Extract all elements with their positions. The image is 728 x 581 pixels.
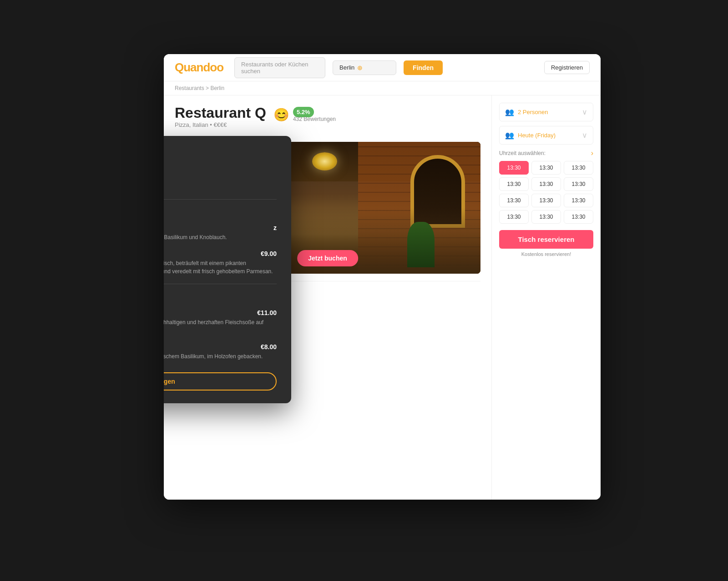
site-header: Quandoo Restaurants oder Küchen suchen B…	[164, 54, 601, 81]
item-desc-bolognese: Traditionelle italienische Nudeln, servi…	[164, 318, 277, 335]
persons-icon: 👥	[505, 108, 514, 116]
date-label: Heute (Friday)	[518, 132, 556, 139]
item-price-margherita: €8.00	[261, 343, 277, 351]
time-slot-1[interactable]: 13:30	[531, 161, 561, 175]
date-icon: 👥	[505, 131, 514, 140]
time-slot-7[interactable]: 13:30	[531, 194, 561, 207]
persons-selector[interactable]: 👥 2 Personen ∨	[499, 103, 593, 121]
menu-item-bolognese: Spaghetti Bolognese €11.00 Traditionelle…	[164, 309, 277, 335]
smiley-icon: 😊	[273, 107, 289, 122]
reserve-button[interactable]: Tisch reservieren	[499, 230, 593, 249]
review-count: 432 Bewertungen	[293, 116, 336, 122]
restaurant-header: Restaurant Q Pizza, Italian • €€€€ 😊 5.2…	[175, 105, 480, 135]
time-slot-11[interactable]: 13:30	[564, 210, 593, 224]
date-arrow: ∨	[582, 131, 587, 140]
show-all-button[interactable]: Alle anzeigen	[164, 372, 277, 391]
time-slot-2[interactable]: 13:30	[564, 161, 593, 175]
time-label: Uhrzeit auswählen: ›	[499, 149, 593, 157]
time-grid: 13:30 13:30 13:30 13:30 13:30 13:30 13:3…	[499, 161, 593, 224]
time-slot-10[interactable]: 13:30	[531, 210, 561, 224]
menu-overlay: Speisekarten-Highlights Mit folgenden Op…	[164, 136, 291, 403]
persons-label: 2 Personen	[518, 109, 548, 115]
item-price-bolognese: €11.00	[257, 309, 277, 316]
overlay-title: Speisekarten-Highlights	[164, 149, 277, 160]
date-selector[interactable]: 👥 Heute (Friday) ∨	[499, 126, 593, 145]
find-button[interactable]: Finden	[404, 60, 443, 75]
menu-item-carpaccio: Carpaccio vom Rind €9.00 Hauchdünn gesch…	[164, 250, 277, 275]
logo: Quandoo	[175, 60, 223, 75]
mains-section-title: 🍲 Hauptgerichte	[164, 284, 277, 301]
register-button[interactable]: Registrieren	[544, 61, 590, 74]
book-button[interactable]: Jetzt buchen	[297, 250, 358, 266]
time-arrow-icon: ›	[591, 149, 593, 157]
item-price-carpaccio: €9.00	[261, 250, 277, 257]
breadcrumb: Restaurants > Berlin	[164, 81, 601, 95]
starters-section-title: 🍽 Vorspeisen	[164, 199, 277, 216]
time-slot-5[interactable]: 13:30	[564, 177, 593, 191]
item-desc-margherita: Klassische Pizza mit Mozzarella, Tomaten…	[164, 352, 277, 361]
menu-item-margherita: Pizza Margherita €8.00 Klassische Pizza …	[164, 343, 277, 361]
browser-window: Quandoo Restaurants oder Küchen suchen B…	[164, 54, 601, 500]
location-input[interactable]: Berlin ⊕	[333, 60, 396, 75]
free-reserve-label: Kostenlos reservieren!	[499, 251, 593, 257]
persons-arrow: ∨	[582, 108, 587, 116]
options-label: Mit folgenden Optionen:	[164, 167, 277, 174]
time-slot-9[interactable]: 13:30	[499, 210, 529, 224]
restaurant-name: Restaurant Q	[175, 105, 266, 121]
reservation-sidebar: 👥 2 Personen ∨ 👥 Heute (Friday) ∨ Uhrzei…	[491, 95, 601, 500]
menu-item-bruschetta: Tomaten-Bruschetta z Geröstetes Brot, be…	[164, 224, 277, 241]
time-slot-0[interactable]: 13:30	[499, 161, 529, 175]
cuisine-info: Pizza, Italian • €€€€	[175, 121, 266, 128]
search-input[interactable]: Restaurants oder Küchen suchen	[234, 57, 325, 78]
location-icon: ⊕	[357, 64, 363, 71]
time-slot-8[interactable]: 13:30	[564, 194, 593, 207]
filter-tags: Vegan Italienisch	[164, 177, 277, 188]
time-slot-4[interactable]: 13:30	[531, 177, 561, 191]
item-desc-bruschetta: Geröstetes Brot, belegt mit Tomatenstück…	[164, 233, 277, 241]
rating-badge: 😊 5.2% 432 Bewertungen	[273, 107, 336, 122]
item-desc-carpaccio: Hauchdünn geschnittene Scheiben aus rohe…	[164, 259, 277, 275]
time-slot-6[interactable]: 13:30	[499, 194, 529, 207]
time-slot-3[interactable]: 13:30	[499, 177, 529, 191]
item-price-bruschetta: z	[273, 224, 277, 231]
